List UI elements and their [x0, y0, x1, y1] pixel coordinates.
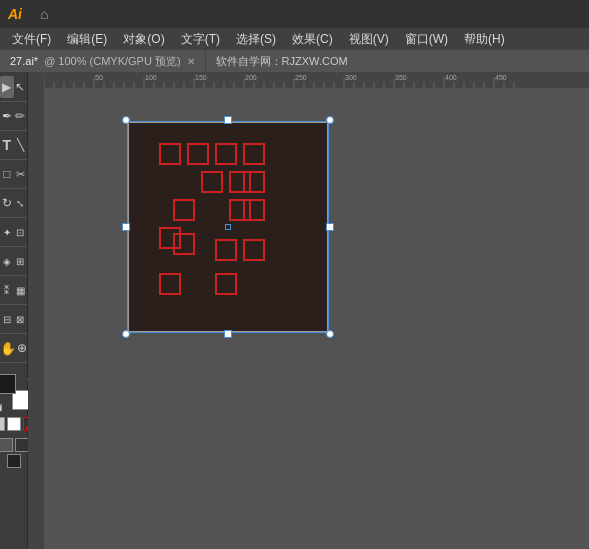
- scissors-tool[interactable]: ✂: [14, 163, 28, 185]
- shape-tools: □ ✂: [0, 163, 27, 189]
- handle-middle-right[interactable]: [326, 223, 334, 231]
- menu-item-文字t[interactable]: 文字(T): [173, 29, 228, 50]
- vertical-ruler: [28, 72, 44, 549]
- home-icon[interactable]: ⌂: [40, 6, 48, 22]
- svg-text:100: 100: [145, 74, 157, 81]
- menu-bar: 文件(F)编辑(E)对象(O)文字(T)选择(S)效果(C)视图(V)窗口(W)…: [0, 28, 589, 50]
- type-tool[interactable]: T: [0, 134, 14, 156]
- menu-item-选择s[interactable]: 选择(S): [228, 29, 284, 50]
- menu-item-编辑e[interactable]: 编辑(E): [59, 29, 115, 50]
- menu-item-窗口w[interactable]: 窗口(W): [397, 29, 456, 50]
- menu-item-视图v[interactable]: 视图(V): [341, 29, 397, 50]
- handle-top-left[interactable]: [122, 116, 130, 124]
- default-colors-icon[interactable]: ◪: [0, 402, 3, 412]
- handle-bottom-middle[interactable]: [224, 330, 232, 338]
- svg-text:400: 400: [445, 74, 457, 81]
- svg-text:200: 200: [245, 74, 257, 81]
- active-tab[interactable]: 27.ai* @ 100% (CMYK/GPU 预览) ✕: [0, 50, 206, 72]
- screen-mode-presentation[interactable]: [7, 454, 21, 468]
- handle-bottom-left[interactable]: [122, 330, 130, 338]
- canvas-area: // tick marks drawn via CSS background 5…: [28, 72, 589, 549]
- menu-item-帮助h[interactable]: 帮助(H): [456, 29, 513, 50]
- red-square-12[interactable]: [215, 239, 237, 261]
- red-square-2[interactable]: [215, 143, 237, 165]
- red-square-1[interactable]: [187, 143, 209, 165]
- selection-tools: ▶ ↖: [0, 76, 27, 102]
- screen-mode-full[interactable]: [15, 438, 29, 452]
- svg-text:50: 50: [95, 74, 103, 81]
- menu-item-文件f[interactable]: 文件(F): [4, 29, 59, 50]
- selection-tool[interactable]: ▶: [0, 76, 14, 98]
- foreground-color-swatch[interactable]: [0, 374, 16, 394]
- red-square-11[interactable]: [173, 233, 195, 255]
- type-tools: T ╲: [0, 134, 27, 160]
- handle-top-middle[interactable]: [224, 116, 232, 124]
- svg-text:150: 150: [195, 74, 207, 81]
- hand-tool[interactable]: ✋: [0, 337, 16, 359]
- svg-text:250: 250: [295, 74, 307, 81]
- title-bar: Ai ⌂: [0, 0, 589, 28]
- warp-tool[interactable]: ⤡: [14, 192, 28, 214]
- red-square-4[interactable]: [201, 171, 223, 193]
- menu-item-效果c[interactable]: 效果(C): [284, 29, 341, 50]
- graph-tool[interactable]: ▦: [14, 279, 28, 301]
- symbol-tools: ⁑ ▦: [0, 279, 27, 305]
- pencil-tool[interactable]: ✏: [14, 105, 28, 127]
- center-point: [225, 224, 231, 230]
- horizontal-ruler: // tick marks drawn via CSS background 5…: [44, 72, 589, 88]
- paint-bucket-tool[interactable]: ⊡: [14, 221, 28, 243]
- pen-tools: ✒ ✏: [0, 105, 27, 131]
- handle-middle-left[interactable]: [122, 223, 130, 231]
- artboard-tools: ⊟ ⊠: [0, 308, 27, 334]
- screen-mode-normal[interactable]: [0, 438, 13, 452]
- red-square-13[interactable]: [243, 239, 265, 261]
- site-info: 软件自学网：RJZXW.COM: [206, 50, 358, 72]
- svg-text:450: 450: [495, 74, 507, 81]
- ai-logo: Ai: [8, 6, 34, 22]
- tab-close-button[interactable]: ✕: [187, 56, 195, 67]
- mesh-tool[interactable]: ⊞: [14, 250, 28, 272]
- toolbar: ▶ ↖ ✒ ✏ T ╲ □ ✂ ↻: [0, 72, 28, 549]
- none-swatch[interactable]: [0, 417, 5, 431]
- line-tool[interactable]: ╲: [14, 134, 28, 156]
- handle-top-right[interactable]: [326, 116, 334, 124]
- svg-rect-58: [28, 72, 44, 549]
- eyedropper-tool[interactable]: ✦: [0, 221, 14, 243]
- direct-selection-tool[interactable]: ↖: [14, 76, 28, 98]
- tab-label: 27.ai*: [10, 55, 38, 67]
- rotate-tool[interactable]: ↻: [0, 192, 14, 214]
- rectangle-tool[interactable]: □: [0, 163, 14, 185]
- menu-item-对象o[interactable]: 对象(O): [115, 29, 172, 50]
- red-square-0[interactable]: [159, 143, 181, 165]
- handle-bottom-right[interactable]: [326, 330, 334, 338]
- symbol-sprayer[interactable]: ⁑: [0, 279, 14, 301]
- red-square-6[interactable]: [243, 171, 265, 193]
- svg-text:300: 300: [345, 74, 357, 81]
- artboard-tool[interactable]: ⊟: [0, 308, 14, 330]
- tab-bar: 27.ai* @ 100% (CMYK/GPU 预览) ✕ 软件自学网：RJZX…: [0, 50, 589, 72]
- blend-tool[interactable]: ◈: [0, 250, 14, 272]
- blend-tools: ◈ ⊞: [0, 250, 27, 276]
- svg-rect-0: [44, 72, 589, 88]
- tab-info: @ 100% (CMYK/GPU 预览): [44, 54, 180, 69]
- red-square-7[interactable]: [173, 199, 195, 221]
- rotate-tools: ↻ ⤡: [0, 192, 27, 218]
- slice-tool[interactable]: ⊠: [14, 308, 28, 330]
- paint-tools: ✦ ⊡: [0, 221, 27, 247]
- red-square-3[interactable]: [243, 143, 265, 165]
- navigate-tools: ✋ ⊕: [0, 337, 27, 363]
- red-square-14[interactable]: [159, 273, 181, 295]
- red-square-9[interactable]: [243, 199, 265, 221]
- main-area: ▶ ↖ ✒ ✏ T ╲ □ ✂ ↻: [0, 72, 589, 549]
- pen-tool[interactable]: ✒: [0, 105, 14, 127]
- white-swatch[interactable]: [7, 417, 21, 431]
- svg-text:350: 350: [395, 74, 407, 81]
- document-canvas[interactable]: [128, 122, 328, 332]
- red-square-15[interactable]: [215, 273, 237, 295]
- zoom-tool[interactable]: ⊕: [16, 337, 27, 359]
